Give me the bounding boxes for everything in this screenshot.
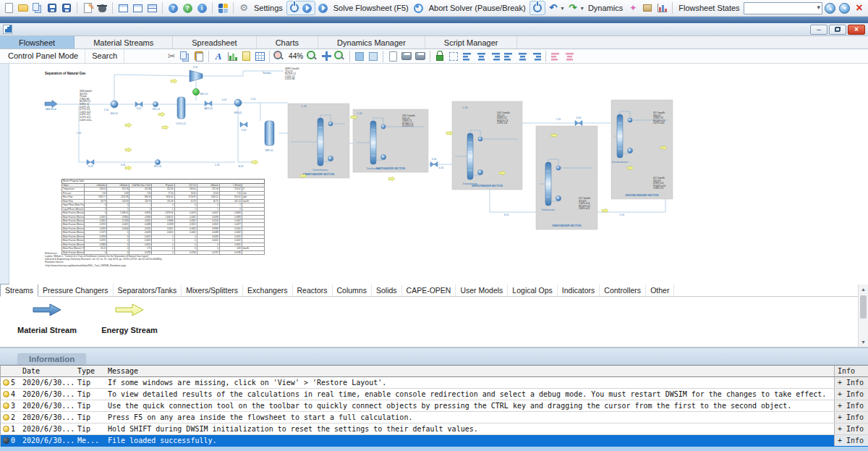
undo-caret-icon[interactable]: ▾ — [561, 5, 565, 12]
master-property-table[interactable]: Master Property TableObjecte-Bottomsr-Bo… — [61, 179, 265, 255]
left-dock-strip[interactable] — [0, 64, 9, 284]
reboiler[interactable] — [556, 196, 561, 201]
tab-flowsheet[interactable]: Flowsheet — [0, 36, 75, 49]
valve[interactable] — [205, 101, 208, 106]
vessel[interactable] — [265, 121, 274, 146]
energy-stream-arrow[interactable] — [446, 131, 453, 135]
info-expand-button[interactable]: + Info — [834, 435, 868, 446]
layout-top-icon[interactable] — [116, 1, 129, 14]
inspector-icon[interactable] — [95, 1, 109, 14]
column-section[interactable]: DebutanizerDEBUTANIZER SECTION — [536, 126, 597, 229]
solver-power-icon[interactable] — [288, 1, 301, 14]
paste-icon[interactable] — [192, 50, 205, 63]
palette-tab-exchangers[interactable]: Exchangers — [243, 284, 292, 296]
state-save-button[interactable]: ▴ — [824, 1, 837, 14]
palette-tab-other[interactable]: Other — [646, 284, 674, 296]
help-icon[interactable]: ? — [166, 1, 179, 14]
distillation-column[interactable] — [545, 162, 551, 206]
copy-icon[interactable] — [179, 50, 192, 63]
scroll-down-icon[interactable]: ▼ — [859, 337, 868, 347]
condenser[interactable] — [556, 166, 561, 170]
info-expand-button[interactable]: + Info — [834, 423, 868, 434]
feed-stream-arrow[interactable] — [45, 101, 57, 108]
dynamics-wand-icon[interactable]: ✦ — [626, 1, 639, 14]
energy-stream-arrow[interactable] — [158, 112, 165, 117]
vessel[interactable] — [177, 97, 185, 119]
palette-tab-reactors[interactable]: Reactors — [293, 284, 333, 296]
reboiler[interactable] — [328, 156, 333, 161]
tab-script-manager[interactable]: Script Manager — [425, 36, 518, 49]
save-all-icon[interactable] — [60, 1, 73, 14]
align-right-icon[interactable] — [488, 50, 501, 63]
table-icon[interactable] — [253, 50, 266, 63]
energy-stream-arrow[interactable] — [252, 160, 258, 164]
distillation-column[interactable] — [617, 114, 623, 158]
abort-solver-label[interactable]: Abort Solver (Pause/Break) — [427, 4, 528, 12]
edit-icon[interactable] — [81, 1, 94, 14]
solver-toggle-icon[interactable] — [531, 1, 544, 14]
align-left-icon[interactable] — [461, 50, 474, 63]
dynamics-package-icon[interactable] — [641, 1, 654, 14]
information-tab[interactable]: Information — [17, 353, 86, 365]
lock-objects-icon[interactable] — [433, 50, 446, 63]
align-center-icon[interactable] — [475, 50, 488, 63]
reboiler[interactable] — [628, 148, 633, 153]
distillation-column[interactable] — [467, 133, 473, 180]
palette-tab-logical-ops[interactable]: Logical Ops — [508, 284, 557, 296]
about-icon[interactable]: i — [195, 1, 208, 14]
column-section[interactable]: DepropanizerDEPROPANIZER SECTION — [452, 101, 522, 190]
palette-item-material-stream[interactable]: Material Stream — [16, 303, 78, 334]
solve-flowsheet-label[interactable]: Solve Flowsheet (F5) — [331, 4, 411, 12]
palette-tab-pressure-changers[interactable]: Pressure Changers — [38, 284, 113, 296]
valve[interactable] — [575, 121, 579, 126]
support-icon[interactable]: ? — [181, 1, 194, 14]
mixer[interactable] — [111, 101, 118, 108]
plugins-icon[interactable] — [216, 1, 229, 14]
abort-solver-icon[interactable] — [412, 1, 425, 14]
restore-button[interactable] — [829, 25, 846, 35]
distillation-column[interactable] — [370, 121, 376, 164]
undo-icon[interactable]: ↶ — [547, 1, 560, 14]
script-icon[interactable] — [239, 50, 252, 63]
energy-stream-arrow[interactable] — [388, 177, 395, 181]
info-expand-button[interactable]: + Info — [834, 377, 868, 388]
valve[interactable] — [430, 162, 434, 167]
log-row[interactable]: 22020/6/30...TipPress F5 on any area ins… — [1, 412, 868, 423]
mixer[interactable] — [156, 160, 161, 165]
condenser[interactable] — [328, 122, 333, 126]
select-all-icon[interactable] — [447, 50, 460, 63]
palette-tab-solids[interactable]: Solids — [372, 284, 402, 296]
info-expand-button[interactable]: + Info — [834, 412, 868, 423]
export-image-icon[interactable] — [386, 50, 399, 63]
condenser[interactable] — [381, 125, 386, 129]
solve-flowsheet-icon[interactable] — [317, 1, 330, 14]
palette-tab-user-models[interactable]: User Models — [456, 284, 508, 296]
valve[interactable] — [240, 122, 244, 127]
equalize-width-icon[interactable] — [549, 50, 562, 63]
valve[interactable] — [87, 160, 90, 165]
reboiler[interactable] — [478, 170, 483, 175]
control-panel-mode-button[interactable]: Control Panel Mode — [1, 49, 85, 63]
tab-spreadsheet[interactable]: Spreadsheet — [173, 36, 256, 49]
column-section[interactable]: DemethanizerDEMETHANIZER SECTION — [288, 104, 349, 178]
pan-icon[interactable] — [320, 50, 333, 63]
flowsheet-states-combobox[interactable] — [744, 2, 822, 14]
cut-icon[interactable]: ✂ — [165, 50, 178, 63]
log-row[interactable]: 02020/6/30...Me...File loaded successful… — [1, 435, 868, 447]
info-expand-button[interactable]: + Info — [834, 389, 868, 400]
info-expand-button[interactable]: + Info — [834, 400, 868, 411]
print-icon[interactable] — [400, 50, 413, 63]
dynamics-chart-icon[interactable] — [655, 1, 668, 14]
valve[interactable] — [135, 102, 139, 107]
align-bottom-icon[interactable] — [529, 50, 542, 63]
zoom-in-icon[interactable] — [306, 50, 319, 63]
print-preview-icon[interactable] — [414, 50, 427, 63]
energy-stream-arrow[interactable] — [171, 79, 177, 83]
palette-tab-separators-tanks[interactable]: Separators/Tanks — [114, 284, 182, 296]
layout-rows-icon[interactable] — [145, 1, 158, 14]
palette-tab-cape-open[interactable]: CAPE-OPEN — [402, 284, 456, 296]
scroll-thumb[interactable] — [860, 295, 867, 319]
log-row[interactable]: 52020/6/30...TipIf some windows are miss… — [1, 377, 868, 389]
distillation-column[interactable] — [318, 118, 323, 166]
state-delete-button[interactable]: × — [853, 1, 866, 14]
